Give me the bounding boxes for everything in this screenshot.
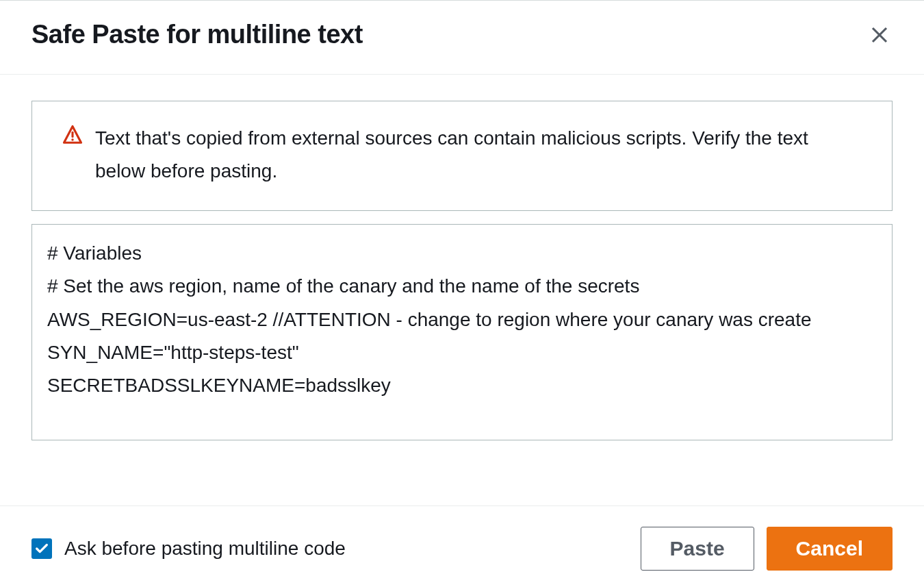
button-group: Paste Cancel xyxy=(641,527,893,571)
paste-textarea-container xyxy=(31,224,893,440)
close-button[interactable] xyxy=(867,22,893,48)
modal-title: Safe Paste for multiline text xyxy=(31,20,363,49)
warning-text: Text that's copied from external sources… xyxy=(95,122,862,187)
warning-alert: Text that's copied from external sources… xyxy=(31,101,893,211)
ask-before-pasting-checkbox[interactable] xyxy=(31,538,52,559)
svg-point-3 xyxy=(71,138,74,141)
modal-header: Safe Paste for multiline text xyxy=(0,1,924,75)
paste-button[interactable]: Paste xyxy=(641,527,754,571)
close-icon xyxy=(869,25,890,45)
modal-body: Text that's copied from external sources… xyxy=(0,75,924,477)
safe-paste-modal: Safe Paste for multiline text Text that'… xyxy=(0,0,924,587)
cancel-button[interactable]: Cancel xyxy=(767,527,893,571)
ask-before-pasting-checkbox-container[interactable]: Ask before pasting multiline code xyxy=(31,538,346,560)
checkbox-label[interactable]: Ask before pasting multiline code xyxy=(64,538,346,560)
checkmark-icon xyxy=(34,541,49,556)
paste-textarea[interactable] xyxy=(32,225,892,440)
warning-icon xyxy=(62,125,83,145)
modal-footer: Ask before pasting multiline code Paste … xyxy=(0,505,924,587)
